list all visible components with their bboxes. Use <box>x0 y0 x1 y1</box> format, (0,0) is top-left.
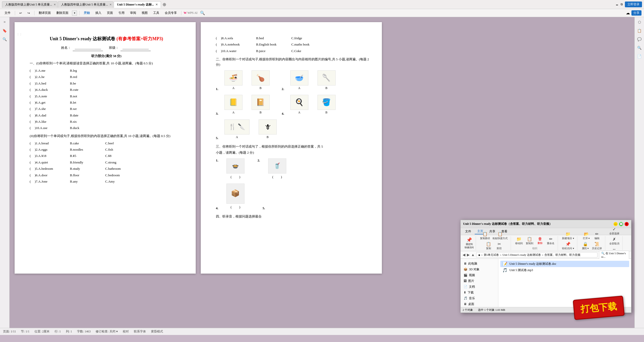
file-doc[interactable]: 📝 Unit 5 Dinner's ready 达标测试卷.doc <box>500 261 629 267</box>
file-menu[interactable]: 文件 <box>3 10 13 16</box>
edit-btn[interactable]: ✏编辑 <box>592 231 602 241</box>
questions-group-2: ( )1.A.breadB.cakeC.beef ( )2.A.eggsB.no… <box>30 140 183 185</box>
sidebar-search-icon[interactable]: 🔍 <box>2 36 8 42</box>
ribbon-view[interactable]: 视图 <box>140 10 150 16</box>
sep3 <box>79 11 79 15</box>
browser-tab-bar: 人教版四年级上册Unit 5 单元质量... ✕ 人教版四年级上册Unit 5 … <box>0 0 644 9</box>
easy-access-btn[interactable]: 📌轻松访问 ▾ <box>561 241 575 251</box>
status-mode[interactable]: 黄昏模式 <box>151 329 163 334</box>
fe-tab-file[interactable]: 文件 <box>463 229 474 234</box>
ribbon-page[interactable]: 页面 <box>105 10 115 16</box>
redo-button[interactable]: ↪ <box>25 11 32 15</box>
status-track[interactable]: 修订检查: 关闭 ▾ <box>96 329 117 334</box>
img-4b: 🪣 B <box>317 95 336 115</box>
document-page-2: ( )8.A.sofaB.bedC.fridge ( )9.A.notebook… <box>201 22 382 274</box>
fe-titlebar-buttons: — ⬜ ✕ <box>614 222 629 226</box>
nav-music[interactable]: 🎵 音乐 <box>461 295 498 301</box>
share-icon[interactable]: 分享 <box>631 10 641 16</box>
fe-nav-bar: ◀ ▶ ▲ ■ > 第5单元试卷 > Unit 5 Dinner's ready… <box>461 251 631 259</box>
tab-close-2[interactable]: ✕ <box>109 3 112 6</box>
select-group: ✓全部选择 ✗全部取消 ↔反向选择 选择 <box>606 236 623 250</box>
window-restore[interactable]: ⧉ <box>621 3 623 6</box>
deselect-all-btn[interactable]: ✗全部取消 <box>608 236 620 246</box>
file-mp3-name: Unit 5 测试卷.mp3 <box>509 268 533 272</box>
search-icon[interactable]: 🔍 <box>200 11 205 15</box>
tab-close-3[interactable]: ✕ <box>155 3 158 6</box>
translate-button[interactable]: 翻译页面 <box>37 10 53 16</box>
ribbon-cite[interactable]: 引用 <box>116 10 127 16</box>
back-arrow[interactable]: ◀ <box>463 253 465 257</box>
paste-shortcut-btn[interactable]: 📋粘贴快捷方式 <box>492 231 509 241</box>
img-2a: 🥣 A <box>290 70 308 91</box>
copy-path-btn[interactable]: 📋复制路径 <box>479 231 491 241</box>
tab-2[interactable]: 人教版四年级上册Unit 5 单元质量... ✕ <box>58 1 113 8</box>
select-all-btn[interactable]: ✓全部选择 <box>608 226 620 236</box>
nav-docs[interactable]: 📄 文档 <box>461 284 498 290</box>
fe-close-btn[interactable]: ✕ <box>625 222 629 226</box>
ribbon-insert[interactable]: 插入 <box>93 10 103 16</box>
history-btn[interactable]: 📜历史记录 <box>591 241 603 251</box>
wps-ai-button[interactable]: W WPS AI <box>184 11 197 15</box>
rename-btn[interactable]: ✏重命名 <box>546 236 556 246</box>
fe-search-input[interactable]: 🔍 在 Unit 5 Dinner's re... <box>599 251 629 259</box>
open-btn[interactable]: 📂打开 ▾ <box>581 231 591 241</box>
nav-downloads[interactable]: ⬇ 下载 <box>461 290 498 295</box>
format-dropdown[interactable]: ▾ <box>72 11 77 16</box>
ribbon-start[interactable]: 开始 <box>82 10 92 16</box>
props-btn[interactable]: 🔒属性 ▾ <box>580 241 590 251</box>
file-mp3[interactable]: 🎵 Unit 5 测试卷.mp3 <box>500 267 629 273</box>
item-num-2: 2. <box>282 86 284 92</box>
delete-btn[interactable]: 🗑删除 <box>535 236 545 246</box>
right-sidebar-icon3[interactable]: 💬 <box>636 36 642 42</box>
move-to-btn[interactable]: 📁移动到 <box>514 236 524 246</box>
new-item-btn[interactable]: 📁新建项目 ▾ <box>561 231 575 241</box>
undo-button[interactable]: ↩ <box>17 11 24 15</box>
nav-3d[interactable]: 📦 3D 对象 <box>461 267 498 272</box>
fe-left-panel: 🖥 此电脑 📦 3D 对象 🎬 视频 🖼 图片 📄 文档 ⬇ 下载 🎵 音乐 🖥… <box>461 259 498 307</box>
q1-8: ( )8.A.dadB.date <box>30 112 183 118</box>
new-tab-button[interactable]: ⊕ <box>163 2 166 7</box>
ribbon-tools[interactable]: 工具 <box>151 10 161 16</box>
sidebar-bookmark-icon[interactable]: 🔖 <box>2 28 8 34</box>
clipboard-group: 📌 固定到快速访问 <box>463 236 476 250</box>
pin-btn[interactable]: 📌 固定到快速访问 <box>465 237 474 249</box>
tab-3[interactable]: Unit 5 Dinner's ready 达标... ✕ <box>114 1 161 8</box>
file-doc-name: Unit 5 Dinner's ready 达标测试卷.doc <box>509 262 556 266</box>
fe-restore-btn[interactable]: ⬜ <box>619 222 623 226</box>
ribbon-review[interactable]: 审阅 <box>128 10 138 16</box>
status-bar: 页面: 1/11 节: 1/1 位置: 2厘米 行: 1 列: 1 字数: 14… <box>0 328 644 335</box>
right-sidebar-icon5[interactable]: 📄 <box>636 53 642 59</box>
tab-1[interactable]: 人教版四年级上册Unit 5 单元质量... ✕ <box>2 1 57 8</box>
cloud-icon[interactable]: ☁ <box>626 11 630 15</box>
tab-close-1[interactable]: ✕ <box>54 3 56 6</box>
sidebar-nav-icon[interactable]: ≡ <box>2 19 8 25</box>
status-words: 字数: 1463 <box>77 329 91 334</box>
login-button[interactable]: 立即登录 <box>625 2 642 7</box>
fe-minimize-btn[interactable]: — <box>614 222 618 226</box>
q2-7: ( )7.A.JoneB.anyC.Amy <box>30 179 183 184</box>
up-arrow[interactable]: ▲ <box>471 253 475 257</box>
right-sidebar-icon2[interactable]: 📋 <box>636 28 642 34</box>
status-font[interactable]: 联系字体 <box>134 329 146 334</box>
nav-pictures[interactable]: 🖼 图片 <box>461 278 498 284</box>
status-section: 节: 1/1 <box>21 329 29 334</box>
forward-arrow[interactable]: ▶ <box>467 253 470 257</box>
copy-btn[interactable]: 📋复制 <box>484 241 494 251</box>
window-minimize[interactable]: 🗕 <box>616 3 619 6</box>
copy-to-btn[interactable]: 📋复制到 <box>525 236 535 246</box>
right-sidebar-icon4[interactable]: 🔍 <box>636 45 642 51</box>
q2-8: ( )8.A.sofaB.bedC.fridge <box>216 35 369 41</box>
ribbon-member[interactable]: 会员专享 <box>163 10 179 16</box>
sep2 <box>34 11 34 15</box>
right-sidebar-icon1[interactable]: ⬡ <box>636 19 642 25</box>
q2-1: ( )1.A.breadB.cakeC.beef <box>30 140 183 146</box>
file-doc-icon: 📝 <box>502 262 507 266</box>
delete-page-button[interactable]: 删除页面 <box>54 10 70 16</box>
status-check[interactable]: 校对 <box>123 329 129 334</box>
img-1a: 🍜 A <box>224 70 243 91</box>
nav-video[interactable]: 🎬 视频 <box>461 272 498 278</box>
nav-desktop[interactable]: 🖥 桌面 <box>461 301 498 307</box>
nav-computer[interactable]: 🖥 此电脑 <box>461 261 498 267</box>
file-mp3-icon: 🎵 <box>502 268 507 273</box>
cut-btn[interactable]: ✂剪切 <box>494 241 504 251</box>
